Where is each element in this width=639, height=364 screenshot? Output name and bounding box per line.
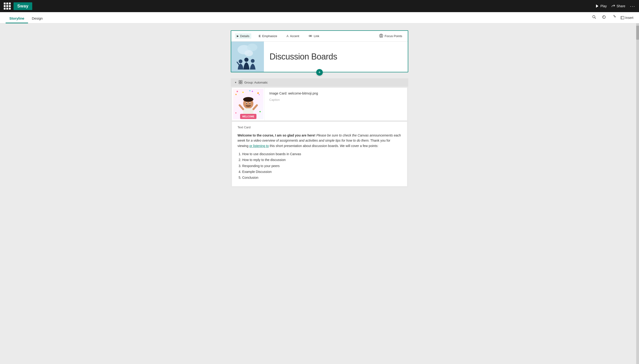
details-card: ▶ Details E Emphasize A Accent Link [231, 30, 408, 72]
group-section: ▼ Group: Automatic [231, 78, 408, 187]
redo-button[interactable] [611, 14, 617, 21]
svg-point-24 [246, 103, 247, 104]
list-item: How to use discussion boards in Canvas [242, 151, 402, 157]
list-item: Responding to your peers [242, 163, 402, 169]
bitmoji-image: ★ ★ [233, 89, 263, 119]
tab-design[interactable]: Design [28, 14, 47, 23]
svg-point-12 [244, 58, 248, 62]
focus-points-button[interactable]: Focus Points [377, 33, 404, 40]
text-bold-intro: Welcome to the course, I am so glad you … [237, 134, 315, 137]
text-card: Text Card Welcome to the course, I am so… [232, 122, 407, 186]
svg-point-25 [249, 103, 250, 104]
svg-point-9 [247, 44, 257, 51]
waffle-icon[interactable] [4, 2, 11, 10]
list-item: Conclusion [242, 175, 402, 180]
svg-point-11 [239, 60, 242, 63]
details-body: Discussion Boards [231, 42, 408, 72]
svg-text:WELCOME: WELCOME [242, 115, 254, 118]
svg-marker-0 [596, 4, 598, 8]
svg-rect-16 [241, 80, 242, 82]
image-card-content: Image Card: welcome-bitmoji.png Caption [265, 88, 407, 120]
svg-line-28 [253, 105, 257, 109]
tab-bar-right: Insert [591, 14, 633, 23]
expand-icon: ▶ [237, 34, 239, 38]
list-item: Example Discussion [242, 169, 402, 175]
scrollbar-track[interactable] [636, 23, 639, 364]
svg-point-10 [244, 50, 253, 56]
group-header[interactable]: ▼ Group: Automatic [231, 78, 408, 86]
focus-points-icon [379, 34, 383, 38]
top-bar: Sway Play Share ··· [0, 0, 639, 12]
image-card-caption[interactable]: Caption [269, 98, 402, 102]
details-button[interactable]: ▶ Details [235, 33, 251, 39]
details-toolbar: ▶ Details E Emphasize A Accent Link [231, 31, 408, 42]
group-layout-icon [239, 80, 242, 85]
search-button[interactable] [591, 14, 597, 21]
text-card-title: Text Card [237, 126, 402, 129]
svg-rect-3 [621, 16, 624, 19]
link-icon [308, 34, 312, 38]
image-card: ★ ★ [232, 88, 407, 121]
svg-point-1 [592, 16, 595, 18]
image-card-title: Image Card: welcome-bitmoji.png [269, 92, 402, 95]
text-card-body[interactable]: Welcome to the course, I am so glad you … [237, 133, 402, 180]
top-bar-actions: Play Share ··· [595, 4, 635, 9]
app-logo: Sway [14, 2, 32, 10]
list-item: How to reply to the discussion [242, 157, 402, 163]
share-button[interactable]: Share [611, 4, 625, 8]
insert-button[interactable]: Insert [620, 16, 633, 20]
link-button[interactable]: Link [307, 33, 321, 39]
or-listening-link[interactable]: or listening to [249, 144, 269, 148]
svg-rect-15 [239, 80, 240, 82]
svg-line-27 [240, 105, 243, 109]
svg-point-13 [251, 59, 254, 63]
svg-line-2 [595, 18, 596, 19]
tab-storyline[interactable]: Storyline [6, 14, 28, 23]
emphasize-button[interactable]: E Emphasize [257, 33, 279, 39]
accent-icon: A [286, 34, 289, 38]
plus-btn-wrap: + [316, 69, 323, 76]
details-title: Discussion Boards [269, 52, 402, 62]
svg-rect-17 [239, 82, 240, 84]
group-label: Group: Automatic [244, 81, 268, 84]
svg-point-21 [243, 97, 253, 102]
image-card-thumbnail: ★ ★ [232, 88, 265, 120]
play-button[interactable]: Play [595, 4, 607, 8]
more-button[interactable]: ··· [630, 4, 635, 9]
scrollbar-thumb[interactable] [636, 26, 639, 40]
tab-bar: Storyline Design Insert [0, 12, 639, 23]
emphasize-icon: E [259, 34, 261, 38]
accent-button[interactable]: A Accent [285, 33, 301, 39]
svg-rect-18 [241, 82, 242, 84]
group-collapse-icon: ▼ [234, 81, 237, 84]
undo-button[interactable] [601, 14, 607, 21]
add-content-button[interactable]: + [316, 69, 323, 76]
main-content: ▶ Details E Emphasize A Accent Link [0, 23, 639, 364]
details-title-area[interactable]: Discussion Boards [264, 47, 408, 66]
text-card-list: How to use discussion boards in Canvas H… [242, 151, 402, 180]
header-illustration [231, 42, 264, 72]
svg-point-5 [381, 34, 382, 36]
details-image [231, 42, 264, 72]
